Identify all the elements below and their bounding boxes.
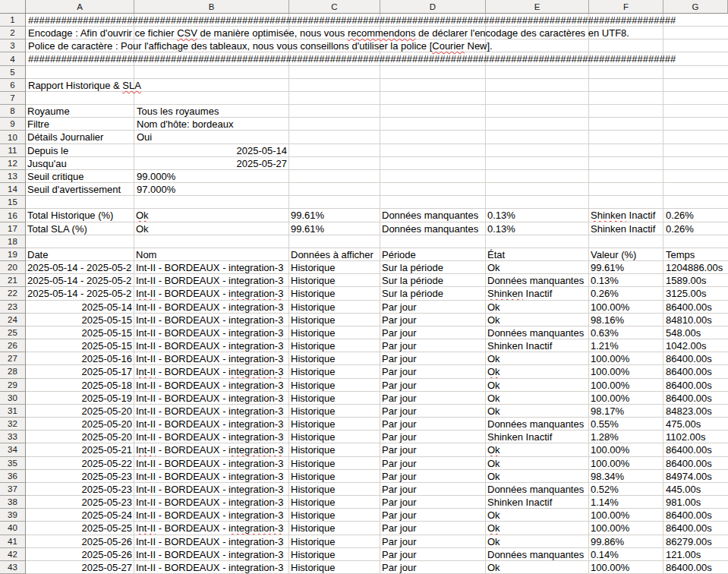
cell-D17[interactable]: Données manquantes	[382, 222, 484, 235]
cell-A10[interactable]: Détails Journalier	[27, 131, 132, 143]
cell-A38[interactable]: 2025-05-23	[27, 496, 132, 508]
column-header-B[interactable]: B	[134, 0, 289, 13]
cell-A41[interactable]: 2025-05-26	[27, 535, 132, 547]
cell-A43[interactable]: 2025-05-27	[27, 561, 132, 573]
row-header-43[interactable]: 43	[0, 561, 25, 574]
cell-G17[interactable]: 0.26%	[666, 222, 694, 235]
column-header-G[interactable]: G	[663, 0, 728, 13]
cell-E43[interactable]: Ok	[487, 561, 587, 573]
cell-G28[interactable]: 86400.00s	[666, 365, 712, 377]
cell-E32[interactable]: Données manquantes	[487, 418, 587, 430]
row-header-13[interactable]: 13	[0, 170, 25, 183]
cell-A3[interactable]: Police de caractère : Pour l'affichage d…	[28, 39, 493, 52]
cell-A26[interactable]: 2025-05-15	[27, 339, 132, 352]
cell-D34[interactable]: Par jour	[382, 443, 484, 456]
cell-F38[interactable]: 1.14%	[591, 496, 661, 508]
cell-F36[interactable]: 98.34%	[591, 470, 661, 482]
cell-E16[interactable]: 0.13%	[487, 209, 587, 221]
row-header-28[interactable]: 28	[0, 365, 25, 378]
cell-B27[interactable]: Int-II - BORDEAUX - integration-3	[136, 352, 287, 364]
cell-C31[interactable]: Historique	[291, 405, 378, 417]
cell-C24[interactable]: Historique	[291, 314, 378, 326]
cell-F17[interactable]: Shinken Inactif	[591, 222, 661, 235]
row-header-14[interactable]: 14	[0, 183, 25, 196]
row-header-32[interactable]: 32	[0, 418, 25, 430]
row-header-36[interactable]: 36	[0, 470, 25, 483]
cell-C42[interactable]: Historique	[291, 548, 378, 560]
cell-C23[interactable]: Historique	[291, 301, 378, 313]
select-all-corner[interactable]	[0, 0, 26, 14]
cell-C19[interactable]: Données à afficher	[291, 248, 378, 260]
cell-E28[interactable]: Ok	[487, 365, 587, 377]
cell-C33[interactable]: Historique	[291, 430, 378, 443]
cell-B36[interactable]: Int-II - BORDEAUX - integration-3	[136, 470, 287, 482]
cell-G35[interactable]: 86400.00s	[666, 457, 712, 469]
column-header-C[interactable]: C	[289, 0, 380, 13]
row-header-3[interactable]: 3	[0, 39, 25, 52]
cell-E39[interactable]: Ok	[487, 509, 587, 521]
cell-B30[interactable]: Int-II - BORDEAUX - integration-3	[136, 392, 287, 404]
cell-B12[interactable]: 2025-05-27	[136, 157, 287, 169]
cell-A2[interactable]: Encodage : Afin d'ouvrir ce fichier CSV …	[28, 27, 629, 39]
cell-C40[interactable]: Historique	[291, 522, 378, 534]
cell-E25[interactable]: Données manquantes	[487, 326, 587, 339]
cell-F26[interactable]: 1.21%	[591, 339, 661, 352]
cell-A31[interactable]: 2025-05-20	[27, 405, 132, 417]
cell-F37[interactable]: 0.52%	[591, 483, 661, 495]
cell-B40[interactable]: Int-II - BORDEAUX - integration-3	[136, 522, 287, 534]
cell-B23[interactable]: Int-II - BORDEAUX - integration-3	[136, 301, 287, 313]
cell-F33[interactable]: 1.28%	[591, 430, 661, 443]
row-header-19[interactable]: 19	[0, 248, 25, 261]
cell-D25[interactable]: Par jour	[382, 326, 484, 339]
column-header-F[interactable]: F	[589, 0, 663, 13]
cell-D24[interactable]: Par jour	[382, 314, 484, 326]
cell-C34[interactable]: Historique	[291, 443, 378, 456]
cell-D20[interactable]: Sur la période	[382, 261, 484, 273]
cell-D16[interactable]: Données manquantes	[382, 209, 484, 221]
cell-B37[interactable]: Int-II - BORDEAUX - integration-3	[136, 483, 287, 495]
cell-B21[interactable]: Int-II - BORDEAUX - integration-3	[136, 274, 287, 286]
column-header-D[interactable]: D	[380, 0, 486, 13]
cell-A25[interactable]: 2025-05-15	[27, 326, 132, 339]
row-header-16[interactable]: 16	[0, 209, 25, 222]
cell-D22[interactable]: Sur la période	[382, 287, 484, 299]
cell-E36[interactable]: Ok	[487, 470, 587, 482]
cell-E19[interactable]: État	[487, 248, 587, 260]
cell-G16[interactable]: 0.26%	[666, 209, 694, 221]
cell-E20[interactable]: Ok	[487, 261, 587, 273]
cell-B13[interactable]: 99.000%	[137, 170, 175, 182]
cell-E24[interactable]: Ok	[487, 314, 587, 326]
cell-A32[interactable]: 2025-05-20	[27, 418, 132, 430]
cell-C28[interactable]: Historique	[291, 365, 378, 377]
row-header-34[interactable]: 34	[0, 443, 25, 456]
cell-E42[interactable]: Données manquantes	[487, 548, 587, 560]
cell-D28[interactable]: Par jour	[382, 365, 484, 377]
cell-F29[interactable]: 100.00%	[591, 379, 661, 391]
cell-E22[interactable]: Shinken Inactif	[487, 287, 587, 299]
cell-B33[interactable]: Int-II - BORDEAUX - integration-3	[136, 430, 287, 443]
cell-C20[interactable]: Historique	[291, 261, 378, 273]
cell-G22[interactable]: 3125.00s	[666, 287, 707, 299]
row-header-11[interactable]: 11	[0, 144, 25, 157]
cell-D42[interactable]: Par jour	[382, 548, 484, 560]
cell-B20[interactable]: Int-II - BORDEAUX - integration-3	[136, 261, 287, 273]
cell-A34[interactable]: 2025-05-21	[27, 443, 132, 456]
row-header-17[interactable]: 17	[0, 222, 25, 235]
row-header-41[interactable]: 41	[0, 535, 25, 548]
cell-D26[interactable]: Par jour	[382, 339, 484, 352]
cell-C43[interactable]: Historique	[291, 561, 378, 573]
cell-F40[interactable]: 100.00%	[591, 522, 661, 534]
column-header-A[interactable]: A	[26, 0, 134, 13]
cell-G20[interactable]: 1204886.00s	[666, 261, 723, 273]
cell-D19[interactable]: Période	[382, 248, 484, 260]
cell-E37[interactable]: Données manquantes	[487, 483, 587, 495]
row-header-26[interactable]: 26	[0, 339, 25, 352]
cell-C36[interactable]: Historique	[291, 470, 378, 482]
cell-B22[interactable]: Int-II - BORDEAUX - integration-3	[136, 287, 287, 299]
cell-D29[interactable]: Par jour	[382, 379, 484, 391]
cell-G42[interactable]: 121.00s	[666, 548, 701, 560]
cell-C32[interactable]: Historique	[291, 418, 378, 430]
cell-C25[interactable]: Historique	[291, 326, 378, 339]
row-header-40[interactable]: 40	[0, 522, 25, 535]
cell-A36[interactable]: 2025-05-23	[27, 470, 132, 482]
